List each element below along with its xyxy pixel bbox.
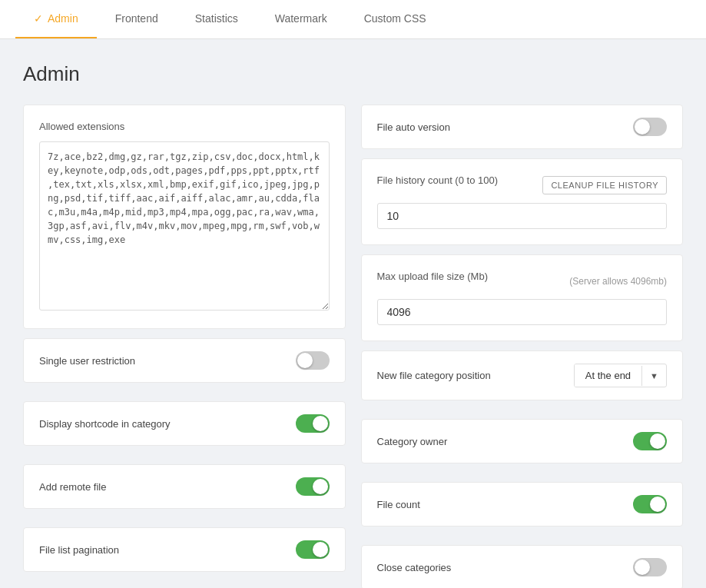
tab-admin[interactable]: ✓ Admin — [15, 0, 97, 38]
add-remote-file-row: Add remote file — [23, 464, 346, 509]
category-owner-toggle[interactable] — [633, 432, 667, 450]
category-position-value: At the end — [575, 364, 641, 387]
max-upload-size-label: Max upload file size (Mb) — [377, 271, 489, 282]
category-position-dropdown[interactable]: At the end ▼ — [574, 364, 667, 387]
allowed-extensions-input[interactable] — [39, 141, 330, 311]
file-auto-version-toggle[interactable] — [633, 118, 667, 136]
file-count-toggle[interactable] — [633, 495, 667, 513]
allowed-extensions-card: Allowed extensions — [23, 105, 346, 329]
file-history-count-card: File history count (0 to 100) CLEANUP FI… — [361, 158, 684, 245]
server-note: (Server allows 4096mb) — [569, 276, 667, 287]
new-file-category-position-row: New file category position At the end ▼ — [361, 350, 684, 400]
file-list-pagination-label: File list pagination — [39, 544, 119, 556]
add-remote-file-label: Add remote file — [39, 481, 106, 493]
file-count-row: File count — [361, 482, 684, 527]
tab-watermark[interactable]: Watermark — [257, 0, 346, 38]
new-file-category-position-label: New file category position — [377, 370, 491, 381]
max-upload-size-card: Max upload file size (Mb) (Server allows… — [361, 254, 684, 341]
allowed-extensions-label: Allowed extensions — [39, 121, 330, 132]
max-upload-header: Max upload file size (Mb) (Server allows… — [377, 271, 668, 291]
display-shortcode-toggle[interactable] — [296, 414, 330, 433]
category-owner-label: Category owner — [377, 436, 448, 447]
single-user-restriction-slider — [296, 351, 330, 370]
file-history-count-input[interactable] — [377, 203, 668, 229]
category-owner-row: Category owner — [361, 419, 684, 463]
tab-statistics[interactable]: Statistics — [177, 0, 257, 38]
max-upload-size-input[interactable] — [377, 299, 668, 325]
check-icon: ✓ — [34, 12, 43, 25]
file-auto-version-row: File auto version — [361, 105, 684, 149]
category-owner-slider — [633, 432, 667, 450]
cleanup-file-history-button[interactable]: CLEANUP FILE HISTORY — [542, 176, 667, 194]
page-content: Admin Allowed extensions Single user res… — [0, 39, 706, 588]
display-shortcode-slider — [296, 414, 330, 433]
tab-frontend[interactable]: Frontend — [97, 0, 177, 38]
display-shortcode-row: Display shortcode in category — [23, 401, 346, 446]
file-history-header: File history count (0 to 100) CLEANUP FI… — [377, 174, 668, 195]
single-user-restriction-label: Single user restriction — [39, 355, 135, 367]
close-categories-row: Close categories — [361, 545, 684, 588]
settings-grid: Allowed extensions Single user restricti… — [23, 105, 683, 588]
add-remote-file-slider — [296, 477, 330, 496]
file-auto-version-label: File auto version — [377, 121, 450, 133]
file-list-pagination-row: File list pagination — [23, 527, 346, 572]
left-column: Allowed extensions Single user restricti… — [23, 105, 346, 588]
single-user-restriction-toggle[interactable] — [296, 351, 330, 370]
right-column: File auto version File history count (0 … — [361, 105, 684, 588]
close-categories-toggle[interactable] — [633, 558, 667, 576]
page-title: Admin — [23, 62, 683, 86]
file-count-slider — [633, 495, 667, 513]
file-list-pagination-slider — [296, 540, 330, 559]
tab-custom-css[interactable]: Custom CSS — [346, 0, 445, 38]
display-shortcode-label: Display shortcode in category — [39, 418, 171, 430]
single-user-restriction-row: Single user restriction — [23, 338, 346, 383]
close-categories-label: Close categories — [377, 562, 452, 573]
file-list-pagination-toggle[interactable] — [296, 540, 330, 559]
file-auto-version-slider — [633, 118, 667, 136]
file-history-count-label: File history count (0 to 100) — [377, 174, 499, 186]
add-remote-file-toggle[interactable] — [296, 477, 330, 496]
top-navigation: ✓ Admin Frontend Statistics Watermark Cu… — [0, 0, 706, 39]
file-count-label: File count — [377, 499, 420, 510]
chevron-down-icon[interactable]: ▼ — [641, 366, 666, 386]
close-categories-slider — [633, 558, 667, 576]
